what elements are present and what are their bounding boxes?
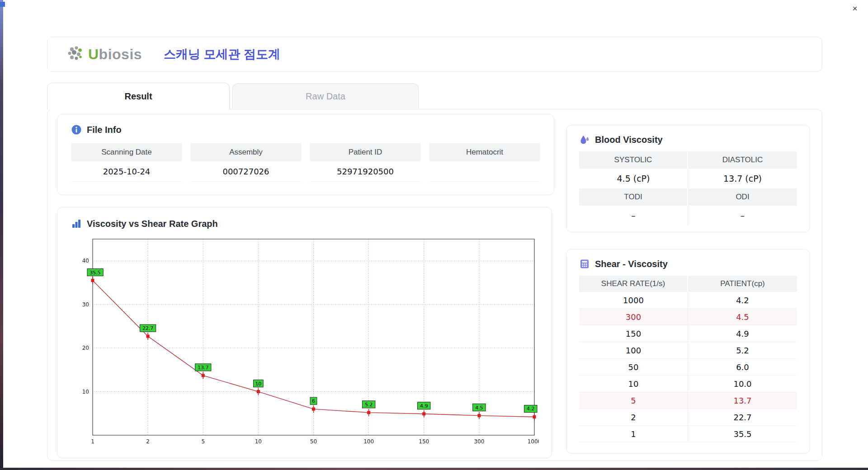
bv-header-systolic: SYSTOLIC <box>579 151 688 169</box>
svg-text:4.2: 4.2 <box>527 406 535 412</box>
shear-viscosity-title: Shear - Viscosity <box>579 258 797 269</box>
svg-text:150: 150 <box>419 438 429 445</box>
blood-viscosity-table: SYSTOLIC DIASTOLIC 4.5 (cP) 13.7 (cP) TO… <box>579 151 797 226</box>
blood-viscosity-title: Blood Viscosity <box>579 134 797 145</box>
svg-text:5: 5 <box>201 438 205 445</box>
svg-text:13.7: 13.7 <box>198 365 209 371</box>
info-icon <box>71 124 82 135</box>
window-accent <box>0 2 5 7</box>
table-row: 3004.5 <box>579 309 797 325</box>
shear-viscosity-table: SHEAR RATE(1/s) PATIENT(cp) 10004.2 3004… <box>579 276 797 442</box>
bv-header-todi: TODI <box>579 188 688 206</box>
field-hematocrit: Hematocrit <box>429 143 540 182</box>
svg-text:4.9: 4.9 <box>420 403 428 409</box>
app-window: × Ubiosis 스캐닝 모세관 점도계 <box>0 0 868 470</box>
bv-value-todi: – <box>579 206 688 226</box>
col-patient: PATIENT(cp) <box>688 276 797 292</box>
blood-viscosity-card: Blood Viscosity SYSTOLIC DIASTOLIC 4.5 (… <box>566 125 810 232</box>
file-info-card: File Info Scanning Date 2025-10-24 Assem… <box>57 114 554 195</box>
tab-raw-data[interactable]: Raw Data <box>232 83 419 109</box>
field-label: Scanning Date <box>71 143 182 161</box>
svg-text:50: 50 <box>310 438 317 445</box>
field-value <box>429 161 540 182</box>
file-info-fields: Scanning Date 2025-10-24 Assembly 000727… <box>71 143 540 182</box>
table-row: 506.0 <box>579 359 797 376</box>
table-row: 1005.2 <box>579 342 797 359</box>
table-row: 222.7 <box>579 409 797 426</box>
shear-table-header: SHEAR RATE(1/s) PATIENT(cp) <box>579 276 797 292</box>
field-label: Patient ID <box>310 143 421 161</box>
svg-text:5.2: 5.2 <box>365 402 373 408</box>
viscosity-shear-chart: 102030401251050100150300100035.522.713.7… <box>71 236 539 448</box>
ubiosis-logo-icon <box>66 46 85 63</box>
field-label: Assembly <box>190 143 302 161</box>
bv-header-odi: ODI <box>688 188 797 206</box>
table-row: 513.7 <box>579 392 797 409</box>
bv-value-odi: – <box>688 206 797 226</box>
bv-value-systolic: 4.5 (cP) <box>579 169 688 188</box>
desktop-edge-bottom <box>0 468 868 470</box>
bar-chart-icon <box>71 218 82 229</box>
svg-text:30: 30 <box>82 301 89 308</box>
graph-title: Viscosity vs Shear Rate Graph <box>71 218 538 229</box>
field-scanning-date: Scanning Date 2025-10-24 <box>71 143 182 182</box>
brand: Ubiosis <box>66 46 142 63</box>
field-value: 2025-10-24 <box>71 161 182 182</box>
svg-text:6: 6 <box>312 398 315 404</box>
header: Ubiosis 스캐닝 모세관 점도계 <box>47 37 822 72</box>
table-row: 1504.9 <box>579 325 797 342</box>
svg-text:2: 2 <box>146 438 150 445</box>
table-row: 135.5 <box>579 426 797 442</box>
field-assembly: Assembly 000727026 <box>190 143 302 182</box>
svg-text:35.5: 35.5 <box>90 270 101 276</box>
svg-text:40: 40 <box>82 258 89 264</box>
field-value: 000727026 <box>190 161 302 182</box>
svg-text:10: 10 <box>255 381 261 387</box>
file-info-title: File Info <box>71 124 540 135</box>
svg-text:10: 10 <box>82 389 89 395</box>
field-value: 52971920500 <box>310 161 421 182</box>
field-patient-id: Patient ID 52971920500 <box>310 143 421 182</box>
svg-text:20: 20 <box>82 345 89 351</box>
table-row: 10004.2 <box>579 292 797 309</box>
table-row: 1010.0 <box>579 376 797 392</box>
svg-text:22.7: 22.7 <box>142 325 154 331</box>
col-shear-rate: SHEAR RATE(1/s) <box>579 276 688 292</box>
svg-text:10: 10 <box>255 438 262 445</box>
field-label: Hematocrit <box>429 143 540 161</box>
page-title: 스캐닝 모세관 점도계 <box>164 46 280 62</box>
svg-text:300: 300 <box>474 438 484 445</box>
bv-header-diastolic: DIASTOLIC <box>688 151 797 169</box>
tab-result[interactable]: Result <box>47 83 230 110</box>
calculator-icon <box>579 258 590 269</box>
viscosity-graph-card: Viscosity vs Shear Rate Graph 1020304012… <box>57 207 552 458</box>
desktop-edge-left <box>0 0 3 470</box>
svg-text:1: 1 <box>91 438 94 445</box>
svg-text:4.5: 4.5 <box>475 405 483 411</box>
svg-text:1000: 1000 <box>528 438 539 445</box>
bv-value-diastolic: 13.7 (cP) <box>688 169 797 188</box>
close-icon[interactable]: × <box>849 3 861 14</box>
shear-viscosity-card: Shear - Viscosity SHEAR RATE(1/s) PATIEN… <box>566 249 810 454</box>
brand-name: Ubiosis <box>88 46 142 63</box>
svg-text:100: 100 <box>363 438 374 445</box>
droplet-icon <box>579 134 590 145</box>
